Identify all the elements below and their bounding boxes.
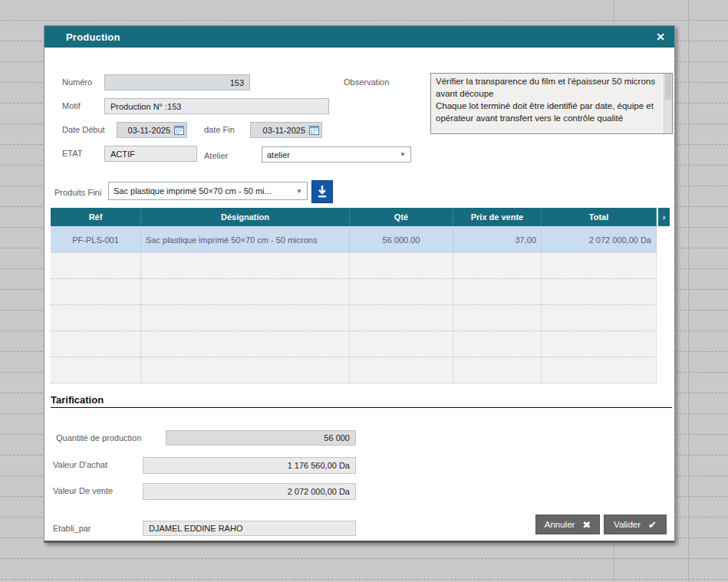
date-debut-label: Date Début <box>62 125 105 134</box>
table-row-empty[interactable] <box>51 357 670 383</box>
background-gridline <box>688 0 689 582</box>
col-header-designation[interactable]: Désignation <box>141 208 350 226</box>
cell-spacer <box>657 226 670 253</box>
table-row-empty[interactable] <box>51 305 670 331</box>
cancel-x-icon: ✖ <box>582 519 591 531</box>
empty-cell <box>453 357 542 383</box>
col-header-qte[interactable]: Qté <box>350 208 453 226</box>
empty-cell <box>542 279 657 305</box>
date-fin-label: date Fin <box>204 125 235 134</box>
empty-cell <box>453 331 542 357</box>
quantite-field[interactable]: 56 000 <box>166 430 356 446</box>
atelier-label: Atelier <box>204 151 228 160</box>
close-icon[interactable]: ✕ <box>656 31 665 42</box>
date-fin-field[interactable]: 03-11-2025 <box>250 122 322 138</box>
chevron-down-icon: ▼ <box>296 188 302 195</box>
valeur-achat-label: Valeur D'achat <box>53 460 107 469</box>
etabli-par-label: Etabli_par <box>53 524 91 533</box>
table-header-row: Réf Désignation Qté Prix de vente Total … <box>51 208 670 226</box>
empty-cell <box>542 331 657 357</box>
empty-cell <box>51 305 141 331</box>
col-header-ref[interactable]: Réf <box>51 208 141 226</box>
col-header-prix[interactable]: Prix de vente <box>453 208 542 226</box>
etat-field[interactable]: ACTIF <box>104 146 197 162</box>
scrollbar-thumb[interactable] <box>665 74 671 100</box>
empty-cell <box>350 305 453 331</box>
calendar-icon[interactable] <box>174 125 184 135</box>
empty-cell <box>51 331 141 357</box>
table-row-empty[interactable] <box>51 331 670 357</box>
observation-label: Observation <box>344 77 389 87</box>
annuler-button[interactable]: Annuler ✖ <box>535 515 600 534</box>
empty-cell <box>141 331 350 357</box>
chevron-down-icon: ▼ <box>400 151 406 158</box>
valider-button[interactable]: Valider ✔ <box>604 515 667 534</box>
observation-scrollbar[interactable] <box>664 74 672 133</box>
empty-cell <box>542 357 657 383</box>
atelier-value: atelier <box>267 150 290 159</box>
tarification-section-title: Tarification <box>51 394 672 408</box>
table-row-selected[interactable]: PF-PLS-001 Sac plastique imprimé 50×70 c… <box>51 226 670 253</box>
empty-cell <box>350 331 453 357</box>
cell-total: 2 072 000,00 Da <box>542 226 657 253</box>
produits-fini-combobox[interactable]: Sac plastique imprimé 50×70 cm - 50 mi..… <box>108 182 308 200</box>
dialog-titlebar[interactable]: Production ✕ <box>44 26 674 48</box>
empty-cell <box>657 357 670 383</box>
cell-ref: PF-PLS-001 <box>51 226 141 253</box>
date-debut-value: 03-11-2025 <box>128 126 170 135</box>
valeur-achat-field[interactable]: 1 176 560,00 Da <box>143 457 356 474</box>
table-scroll-right-icon[interactable]: › <box>657 208 670 226</box>
numero-field[interactable]: 153 <box>104 74 250 90</box>
empty-cell <box>657 305 670 331</box>
empty-cell <box>453 253 542 279</box>
empty-cell <box>542 305 657 331</box>
atelier-combobox[interactable]: atelier ▼ <box>262 146 411 163</box>
observation-textarea[interactable]: Vérifier la transparence du film et l'ép… <box>430 73 673 134</box>
empty-cell <box>141 253 350 279</box>
etabli-par-field[interactable]: DJAMEL EDDINE RAHO <box>143 521 356 536</box>
empty-cell <box>141 279 350 305</box>
empty-cell <box>350 279 453 305</box>
valider-label: Valider <box>614 520 641 529</box>
dialog-title: Production <box>66 31 120 43</box>
calendar-icon[interactable] <box>309 125 319 135</box>
valeur-vente-label: Valeur De vente <box>53 486 113 495</box>
download-icon <box>316 185 328 199</box>
empty-cell <box>350 253 453 279</box>
motif-field[interactable]: Production N° :153 <box>104 98 329 114</box>
col-header-total[interactable]: Total <box>542 208 657 226</box>
quantite-label: Quantité de production <box>56 433 141 442</box>
table-empty-rows <box>51 253 670 383</box>
valeur-vente-field[interactable]: 2 072 000,00 Da <box>143 483 356 500</box>
empty-cell <box>657 253 670 279</box>
empty-cell <box>141 357 350 383</box>
date-debut-field[interactable]: 03-11-2025 <box>117 122 187 138</box>
annuler-label: Annuler <box>545 520 575 529</box>
empty-cell <box>542 253 657 279</box>
empty-cell <box>657 279 670 305</box>
etat-label: ETAT <box>62 149 82 158</box>
empty-cell <box>141 305 350 331</box>
cell-designation: Sac plastique imprimé 50×70 cm - 50 micr… <box>141 226 350 253</box>
check-icon: ✔ <box>648 519 657 531</box>
produits-fini-label: Produits Fini <box>54 188 101 197</box>
empty-cell <box>51 279 141 305</box>
table-row-empty[interactable] <box>51 253 670 279</box>
production-dialog: Production ✕ Numéro 153 Motif Production… <box>44 25 675 543</box>
motif-label: Motif <box>62 101 81 110</box>
empty-cell <box>657 331 670 357</box>
cell-prix: 37,00 <box>453 226 542 253</box>
empty-cell <box>453 279 542 305</box>
produits-fini-value: Sac plastique imprimé 50×70 cm - 50 mi..… <box>114 186 272 196</box>
empty-cell <box>350 357 453 383</box>
import-product-button[interactable] <box>311 180 333 203</box>
cell-qte: 56 000.00 <box>350 226 453 253</box>
numero-label: Numéro <box>62 77 92 87</box>
empty-cell <box>51 253 141 279</box>
empty-cell <box>51 357 141 383</box>
products-table: Réf Désignation Qté Prix de vente Total … <box>51 208 670 383</box>
table-row-empty[interactable] <box>51 279 670 305</box>
empty-cell <box>453 305 542 331</box>
date-fin-value: 03-11-2025 <box>263 126 305 135</box>
